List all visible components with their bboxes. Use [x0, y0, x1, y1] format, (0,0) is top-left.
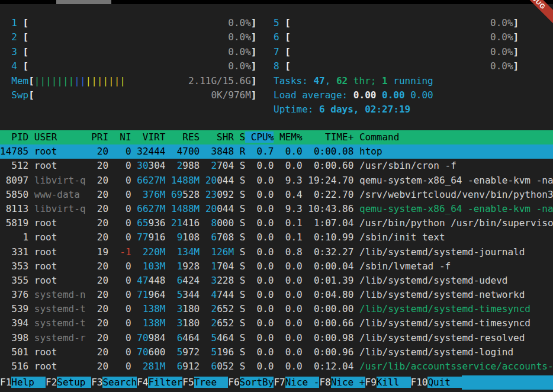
fkey-f7-nice[interactable]: F7Nice - — [274, 375, 319, 390]
threads-label: thr; — [348, 75, 382, 86]
uptime-label: Uptime: — [274, 104, 319, 115]
column-header-pri[interactable]: PRI — [86, 131, 109, 143]
column-header-s[interactable]: S — [234, 131, 245, 143]
column-header-cpu[interactable]: CPU% — [245, 131, 274, 143]
window-top-bar — [0, 0, 553, 4]
load-fifteen: 0.00 — [410, 89, 433, 101]
cpu-meter-6: 6 [ 0.0%] — [274, 30, 519, 44]
cpu-meter-3: 3 [ 0.0%] — [0, 45, 257, 59]
process-row-8097[interactable]: 8097 libvirt-q 20 0 6627M 1488M 20044 S … — [0, 173, 553, 188]
process-row-355[interactable]: 355 root 20 0 47448 6424 3228 S 0.0 0.0 … — [0, 274, 553, 288]
function-key-bar: F1Help F2Setup F3SearchF4FilterF5Tree F6… — [0, 375, 553, 390]
process-row-501[interactable]: 501 root 20 0 70600 5972 5196 S 0.0 0.0 … — [0, 345, 553, 359]
process-row-394[interactable]: 394 systemd-t 20 0 138M 3180 2652 S 0.0 … — [0, 316, 553, 330]
fkey-f8-nice[interactable]: F8Nice + — [319, 375, 365, 390]
cpu-meter-4: 4 [ 0.0%] — [0, 59, 257, 73]
fkey-f5-tree[interactable]: F5Tree — [182, 375, 228, 390]
tasks-summary: Tasks: 47, 62 thr; 1 running — [274, 74, 519, 88]
process-row-1[interactable]: 1 root 20 0 77916 9108 6708 S 0.0 0.1 0:… — [0, 230, 553, 245]
uptime-value: 6 days, 02:27:19 — [319, 104, 410, 115]
column-header-mem[interactable]: MEM% — [274, 131, 302, 143]
window-tab[interactable] — [56, 0, 111, 4]
process-row-331[interactable]: 331 root 19 -1 220M 134M 126M S 0.0 0.8 … — [0, 245, 553, 259]
process-row-376[interactable]: 376 systemd-n 20 0 71964 5344 4744 S 0.0… — [0, 288, 553, 302]
meters-right-column: 5 [ 0.0%]6 [ 0.0%]7 [ 0.0%]8 [ 0.0%] Tas… — [274, 16, 519, 117]
process-rows: 14785 root 20 0 32444 4700 3848 R 0.7 0.… — [0, 144, 553, 374]
htop-terminal: DEBUG 1 [ 0.0%] 2 [ 0.0%] 3 [ 0.0%] 4 [ … — [0, 0, 553, 392]
column-header-shr[interactable]: SHR — [200, 131, 234, 143]
swap-meter: Swp[ 0K/976M] — [0, 88, 257, 102]
fbar-fill — [462, 375, 553, 390]
cpu-meters-right: 5 [ 0.0%]6 [ 0.0%]7 [ 0.0%]8 [ 0.0%] — [274, 16, 519, 74]
column-header-virt[interactable]: VIRT — [131, 131, 166, 143]
process-row-5850[interactable]: 5850 www-data 20 0 376M 69528 23092 S 0.… — [0, 188, 553, 202]
load-sep — [376, 89, 382, 101]
load-sep — [405, 89, 411, 101]
cpu-meter-2: 2 [ 0.0%] — [0, 30, 257, 44]
fkey-f6-sortby[interactable]: F6SortBy — [228, 375, 274, 390]
tasks-sep: , — [325, 75, 336, 86]
process-row-539[interactable]: 539 systemd-t 20 0 138M 3180 2652 S 0.0 … — [0, 302, 553, 316]
load-label: Load average: — [274, 89, 353, 101]
meters-left-column: 1 [ 0.0%] 2 [ 0.0%] 3 [ 0.0%] 4 [ 0.0%] … — [0, 16, 257, 102]
process-row-353[interactable]: 353 root 20 0 103M 1928 1704 S 0.0 0.0 0… — [0, 259, 553, 274]
cpu-meter-8: 8 [ 0.0%] — [274, 59, 519, 73]
process-table: PID USER PRI NI VIRT RES SHR S CPU% MEM%… — [0, 130, 553, 374]
process-row-512[interactable]: 512 root 20 0 30304 2988 2704 S 0.0 0.0 … — [0, 159, 553, 173]
cpu-meter-7: 7 [ 0.0%] — [274, 45, 519, 59]
table-header: PID USER PRI NI VIRT RES SHR S CPU% MEM%… — [0, 130, 553, 144]
column-header-time[interactable]: TIME+ — [303, 131, 354, 143]
running-label: running — [388, 75, 433, 86]
fkey-f10-quit[interactable]: F10Quit — [411, 375, 462, 390]
fkey-f9-kill[interactable]: F9Kill — [365, 375, 411, 390]
tasks-label: Tasks: — [274, 75, 313, 86]
process-row-8113[interactable]: 8113 libvirt-q 20 0 6627M 1488M 20044 S … — [0, 202, 553, 216]
load-average: Load average: 0.00 0.00 0.00 — [274, 88, 519, 102]
process-row-14785[interactable]: 14785 root 20 0 32444 4700 3848 R 0.7 0.… — [0, 144, 553, 159]
process-row-5819[interactable]: 5819 root 20 0 65936 21416 8000 S 0.0 0.… — [0, 216, 553, 230]
column-header-ni[interactable]: NI — [108, 131, 131, 143]
column-header-user[interactable]: USER — [28, 131, 85, 143]
fkey-f4-filter[interactable]: F4Filter — [137, 375, 182, 390]
threads-count: 62 — [336, 75, 348, 86]
load-five: 0.00 — [382, 89, 405, 101]
load-one: 0.00 — [353, 89, 377, 101]
column-header-res[interactable]: RES — [165, 131, 200, 143]
uptime: Uptime: 6 days, 02:27:19 — [274, 102, 519, 117]
fkey-f1-help[interactable]: F1Help — [0, 375, 46, 390]
process-row-516[interactable]: 516 root 20 0 281M 6912 6052 S 0.0 0.0 0… — [0, 359, 553, 374]
running-count: 1 — [382, 75, 388, 86]
process-row-398[interactable]: 398 systemd-r 20 0 70984 6464 5464 S 0.0… — [0, 331, 553, 345]
fkey-f2-setup[interactable]: F2Setup — [46, 375, 91, 390]
tasks-count: 47 — [313, 75, 324, 86]
cpu-meter-5: 5 [ 0.0%] — [274, 16, 519, 30]
column-header-cmd[interactable]: Command — [353, 131, 399, 143]
column-header-pid[interactable]: PID — [0, 131, 28, 143]
memory-meter: Mem[|||||||||||||||| 2.11G/15.6G] — [0, 74, 257, 88]
fkey-f3-search[interactable]: F3Search — [91, 375, 137, 390]
cpu-meter-1: 1 [ 0.0%] — [0, 16, 257, 30]
